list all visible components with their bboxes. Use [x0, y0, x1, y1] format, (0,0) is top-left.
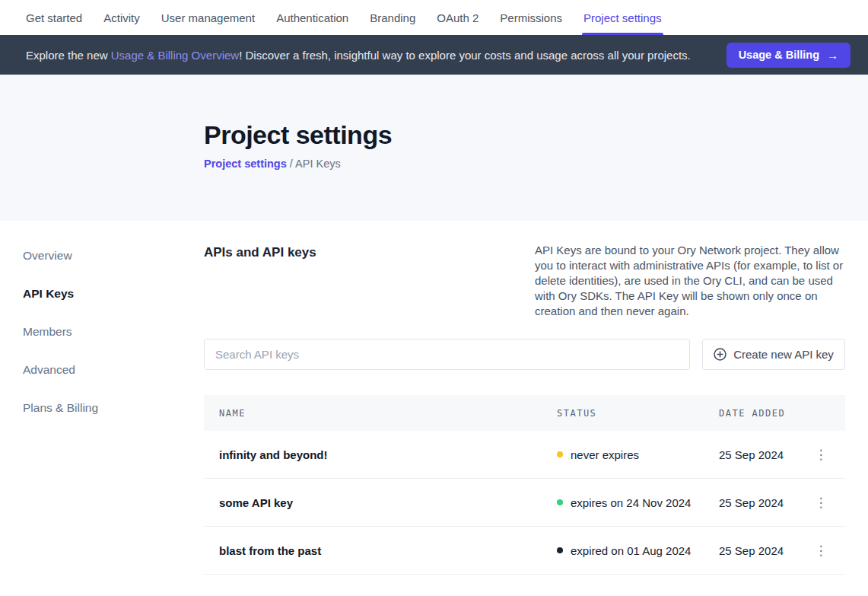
- api-key-date-added: 25 Sep 2024: [719, 544, 809, 557]
- tab-activity[interactable]: Activity: [103, 0, 140, 35]
- kebab-menu-icon: ⋮: [815, 448, 828, 461]
- api-key-date-added: 25 Sep 2024: [719, 448, 809, 461]
- create-api-key-button-label: Create new API key: [733, 348, 834, 361]
- main-panel: APIs and API keys API Keys are bound to …: [204, 243, 868, 575]
- row-actions-button[interactable]: ⋮: [809, 544, 833, 557]
- arrow-right-icon: →: [827, 49, 838, 62]
- row-actions-button[interactable]: ⋮: [809, 496, 833, 509]
- sidebar-item-advanced[interactable]: Advanced: [23, 363, 204, 377]
- section-intro: APIs and API keys API Keys are bound to …: [204, 243, 845, 319]
- sidebar-item-api-keys[interactable]: API Keys: [23, 287, 204, 301]
- table-controls: Create new API key: [204, 339, 845, 370]
- status-text: expires on 24 Nov 2024: [571, 496, 691, 509]
- sidebar-item-members[interactable]: Members: [23, 325, 204, 339]
- table-header-row: NAME STATUS DATE ADDED: [204, 395, 845, 431]
- tab-get-started[interactable]: Get started: [26, 0, 82, 35]
- api-key-name: infinity and beyond!: [219, 448, 557, 461]
- tab-user-management[interactable]: User management: [161, 0, 255, 35]
- row-actions-button[interactable]: ⋮: [809, 448, 833, 461]
- breadcrumb: Project settings / API Keys: [204, 158, 868, 170]
- api-key-date-added: 25 Sep 2024: [719, 496, 809, 509]
- tab-authentication[interactable]: Authentication: [276, 0, 348, 35]
- kebab-menu-icon: ⋮: [815, 544, 828, 557]
- api-key-name: some API key: [219, 496, 557, 509]
- status-text: expired on 01 Aug 2024: [571, 544, 691, 557]
- tab-branding[interactable]: Branding: [370, 0, 415, 35]
- api-key-status: expires on 24 Nov 2024: [557, 496, 719, 509]
- page-title: Project settings: [204, 120, 868, 150]
- section-description: API Keys are bound to your Ory Network p…: [535, 243, 845, 319]
- tab-oauth2[interactable]: OAuth 2: [437, 0, 479, 35]
- kebab-menu-icon: ⋮: [815, 496, 828, 509]
- tab-permissions[interactable]: Permissions: [500, 0, 562, 35]
- plus-circle-icon: [714, 348, 727, 361]
- column-header-status: STATUS: [557, 408, 719, 419]
- api-key-status: expired on 01 Aug 2024: [557, 544, 719, 557]
- sidebar-item-overview[interactable]: Overview: [23, 249, 204, 263]
- breadcrumb-separator: /: [287, 158, 295, 170]
- usage-billing-button[interactable]: Usage & Billing →: [727, 43, 851, 68]
- breadcrumb-project-settings-link[interactable]: Project settings: [204, 158, 287, 170]
- sidebar-item-plans-billing[interactable]: Plans & Billing: [23, 401, 204, 415]
- api-key-status: never expires: [557, 448, 719, 461]
- usage-billing-overview-link[interactable]: Usage & Billing Overview: [111, 49, 239, 62]
- breadcrumb-current: API Keys: [295, 158, 341, 170]
- status-dot: [557, 547, 563, 553]
- api-key-name: blast from the past: [219, 544, 557, 557]
- column-header-name: NAME: [219, 408, 557, 419]
- table-row: blast from the past expired on 01 Aug 20…: [204, 527, 845, 575]
- api-keys-table: NAME STATUS DATE ADDED infinity and beyo…: [204, 395, 845, 575]
- banner-text-prefix: Explore the new: [26, 49, 111, 62]
- status-dot: [557, 451, 563, 457]
- usage-billing-banner: Explore the new Usage & Billing Overview…: [0, 35, 868, 75]
- create-api-key-button[interactable]: Create new API key: [702, 339, 845, 370]
- status-text: never expires: [571, 448, 639, 461]
- usage-billing-button-label: Usage & Billing: [739, 49, 819, 61]
- table-row: some API key expires on 24 Nov 2024 25 S…: [204, 479, 845, 527]
- search-input[interactable]: [204, 339, 690, 370]
- table-row: infinity and beyond! never expires 25 Se…: [204, 431, 845, 479]
- top-navigation: Get started Activity User management Aut…: [0, 0, 868, 35]
- banner-text-suffix: ! Discover a fresh, insightful way to ex…: [239, 49, 691, 62]
- settings-sidebar: Overview API Keys Members Advanced Plans…: [0, 243, 204, 575]
- status-dot: [557, 499, 563, 505]
- page-header: Project settings Project settings / API …: [0, 75, 868, 221]
- column-header-date-added: DATE ADDED: [719, 408, 809, 419]
- section-heading: APIs and API keys: [204, 243, 316, 260]
- banner-message: Explore the new Usage & Billing Overview…: [26, 49, 727, 62]
- tab-project-settings[interactable]: Project settings: [583, 0, 662, 35]
- content-area: Overview API Keys Members Advanced Plans…: [0, 221, 868, 575]
